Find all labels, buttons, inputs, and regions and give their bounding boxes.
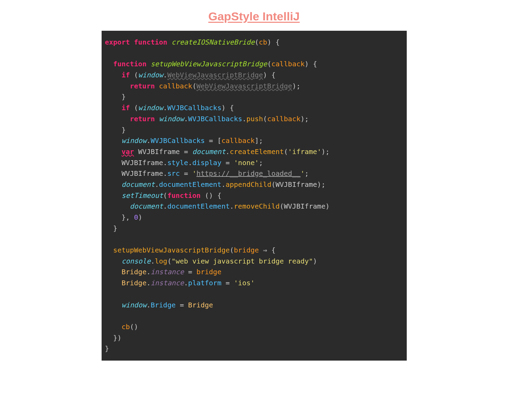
code-token: . <box>184 115 188 123</box>
code-token: function <box>167 191 205 200</box>
code-line: document.documentElement.appendChild(WVJ… <box>105 179 403 190</box>
code-token: . <box>147 136 151 145</box>
code-token: ' <box>300 169 304 178</box>
code-line: } <box>105 223 403 234</box>
code-line: console.log("web view javascript bridge … <box>105 256 403 267</box>
code-token: { <box>267 246 275 254</box>
code-token: window <box>138 104 163 112</box>
code-token: log <box>155 257 167 265</box>
code-token: = <box>176 301 188 309</box>
code-token: ⇒ <box>263 246 267 254</box>
code-token: ) { <box>305 60 317 68</box>
code-token: ) { <box>263 71 275 79</box>
code-token: WVJBCallbacks <box>167 104 222 112</box>
code-token: bridge <box>234 246 259 254</box>
code-token: } <box>105 344 109 353</box>
code-token: . <box>163 71 167 79</box>
code-token: callback <box>271 60 304 68</box>
code-token: } <box>105 126 126 134</box>
code-token: ]; <box>255 136 263 145</box>
code-token: . <box>155 180 159 189</box>
code-token: () { <box>205 191 222 200</box>
code-line: function setupWebViewJavascriptBridge(ca… <box>105 59 403 70</box>
code-token <box>105 180 122 189</box>
code-token: setTimeout <box>122 191 163 200</box>
code-token: console <box>122 257 151 265</box>
code-token <box>105 115 130 123</box>
code-line: } <box>105 92 403 103</box>
code-token: ( <box>255 38 259 46</box>
code-token <box>105 147 122 156</box>
code-token: . <box>147 268 151 276</box>
code-token: style <box>167 159 188 167</box>
code-token: ' <box>192 169 196 178</box>
code-line: } <box>105 125 403 136</box>
code-token: = <box>184 268 196 276</box>
title-link[interactable]: GapStyle IntelliJ <box>208 10 300 23</box>
code-token: Bridge <box>151 301 176 309</box>
code-token: window <box>122 136 147 145</box>
code-token: = <box>180 169 192 178</box>
code-token: window <box>159 115 184 123</box>
code-line <box>105 234 403 245</box>
code-editor: export function createIOSNativeBride(cb)… <box>102 31 407 361</box>
code-token: document <box>130 202 163 210</box>
code-token <box>105 104 122 112</box>
code-block: export function createIOSNativeBride(cb)… <box>105 37 403 354</box>
code-token: callback <box>222 136 255 145</box>
code-token: . <box>242 115 246 123</box>
code-token: WVJBCallbacks <box>151 136 205 145</box>
code-token: documentElement <box>159 180 222 189</box>
code-token <box>105 82 130 90</box>
code-token <box>259 246 263 254</box>
code-token <box>105 246 113 254</box>
code-line: }) <box>105 333 403 344</box>
code-token: ); <box>292 82 300 90</box>
code-token <box>105 257 122 265</box>
code-token: if <box>122 71 134 79</box>
code-token: }, <box>105 213 134 221</box>
code-line <box>105 48 403 59</box>
code-line: if (window.WebViewJavascriptBridge) { <box>105 70 403 81</box>
code-token: ( <box>230 246 234 254</box>
code-token: () <box>130 323 138 331</box>
code-line: Bridge.instance.platform = 'ios' <box>105 278 403 289</box>
code-token: ) { <box>267 38 280 46</box>
code-token: 'ios' <box>234 279 255 287</box>
code-token: (WVJBIframe); <box>271 180 326 189</box>
code-token: return <box>130 82 159 90</box>
code-token: createIOSNativeBride <box>171 38 255 46</box>
code-token: } <box>105 93 126 101</box>
code-token <box>105 301 122 309</box>
code-token: appendChild <box>226 180 271 189</box>
code-token: ; <box>259 159 263 167</box>
code-token: function <box>113 60 151 68</box>
code-line: document.documentElement.removeChild(WVJ… <box>105 201 403 212</box>
code-token <box>105 279 122 287</box>
code-line: WVJBIframe.src = 'https://__bridge_loade… <box>105 168 403 179</box>
code-token: window <box>122 301 147 309</box>
code-line: window.Bridge = Bridge <box>105 300 403 311</box>
code-token: = [ <box>205 136 222 145</box>
code-token: platform <box>188 279 221 287</box>
code-token: ; <box>305 169 309 178</box>
code-token: if <box>122 104 134 112</box>
code-token: ); <box>321 147 330 156</box>
code-token: https://__bridge_loaded__ <box>196 169 300 178</box>
code-token: 'iframe' <box>288 147 321 156</box>
code-token: document <box>122 180 155 189</box>
code-line: setTimeout(function () { <box>105 190 403 201</box>
code-token: ) <box>313 257 317 265</box>
code-line: } <box>105 343 403 354</box>
code-token: push <box>246 115 263 123</box>
code-token: ( <box>192 82 196 90</box>
code-token: setupWebViewJavascriptBridge <box>113 246 230 254</box>
code-token: return <box>130 115 159 123</box>
code-token: display <box>192 159 221 167</box>
code-token: ) <box>138 213 142 221</box>
code-token <box>105 323 122 331</box>
code-token: 'none' <box>234 159 259 167</box>
code-line: return callback(WebViewJavascriptBridge)… <box>105 81 403 92</box>
code-token: createElement <box>230 147 284 156</box>
code-token <box>105 71 122 79</box>
